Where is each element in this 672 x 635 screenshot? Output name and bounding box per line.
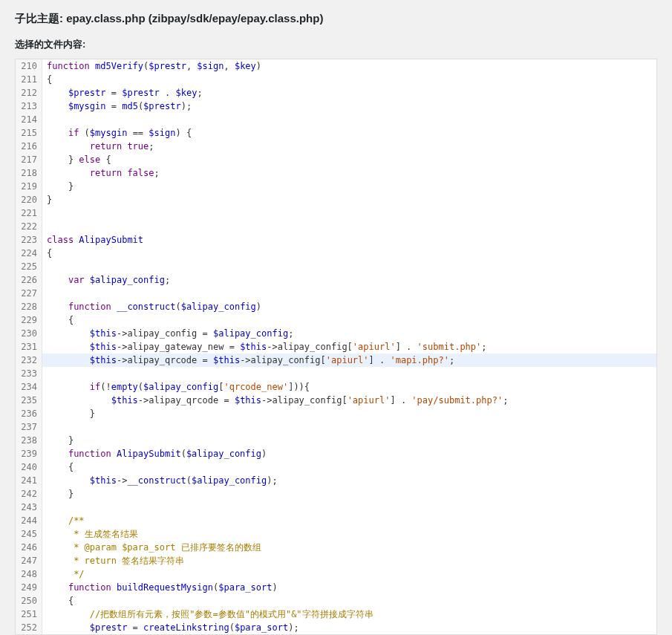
code-content[interactable] bbox=[42, 367, 656, 380]
code-line[interactable]: 225 bbox=[16, 260, 656, 273]
code-content[interactable] bbox=[42, 220, 656, 233]
line-number: 251 bbox=[16, 608, 42, 621]
code-content[interactable]: function md5Verify($prestr, $sign, $key) bbox=[42, 59, 656, 73]
code-content[interactable]: /** bbox=[42, 514, 656, 527]
code-line[interactable]: 247 * return 签名结果字符串 bbox=[16, 554, 656, 567]
code-line[interactable]: 222 bbox=[16, 220, 656, 233]
code-content[interactable]: function buildRequestMysign($para_sort) bbox=[42, 581, 656, 594]
code-content[interactable]: * @param $para_sort 已排序要签名的数组 bbox=[42, 541, 656, 554]
code-content[interactable]: $prestr = $prestr . $key; bbox=[42, 86, 656, 100]
code-line[interactable]: 230 $this->alipay_config = $alipay_confi… bbox=[16, 327, 656, 340]
code-content[interactable]: { bbox=[42, 73, 656, 86]
code-content[interactable]: $this->alipay_config = $alipay_config; bbox=[42, 327, 656, 340]
code-line[interactable]: 217 } else { bbox=[16, 153, 656, 166]
code-line[interactable]: 242 } bbox=[16, 487, 656, 501]
code-line[interactable]: 249 function buildRequestMysign($para_so… bbox=[16, 581, 656, 594]
code-content[interactable]: } bbox=[42, 180, 656, 193]
code-content[interactable]: */ bbox=[42, 567, 656, 581]
code-content[interactable] bbox=[42, 260, 656, 273]
code-content[interactable]: var $alipay_config; bbox=[42, 273, 656, 287]
code-content[interactable]: return false; bbox=[42, 166, 656, 180]
code-line[interactable]: 229 { bbox=[16, 313, 656, 327]
code-line[interactable]: 213 $mysgin = md5($prestr); bbox=[16, 100, 656, 113]
code-line[interactable]: 220} bbox=[16, 193, 656, 206]
line-number: 224 bbox=[16, 247, 42, 260]
code-content[interactable] bbox=[42, 501, 656, 514]
code-line[interactable]: 233 bbox=[16, 367, 656, 380]
code-line[interactable]: 221 bbox=[16, 206, 656, 220]
line-number: 240 bbox=[16, 460, 42, 474]
code-line[interactable]: 218 return false; bbox=[16, 166, 656, 180]
code-line[interactable]: 228 function __construct($alipay_config) bbox=[16, 300, 656, 313]
code-line[interactable]: 224{ bbox=[16, 247, 656, 260]
code-editor[interactable]: 210function md5Verify($prestr, $sign, $k… bbox=[15, 59, 657, 635]
line-number: 242 bbox=[16, 487, 42, 501]
code-line[interactable]: 237 bbox=[16, 420, 656, 434]
code-line[interactable]: 212 $prestr = $prestr . $key; bbox=[16, 86, 656, 100]
line-number: 210 bbox=[16, 59, 42, 73]
theme-label: 子比主题 bbox=[15, 12, 59, 25]
code-content[interactable]: * return 签名结果字符串 bbox=[42, 554, 656, 567]
code-content[interactable]: function AlipaySubmit($alipay_config) bbox=[42, 447, 656, 460]
code-line[interactable]: 245 * 生成签名结果 bbox=[16, 527, 656, 541]
code-content[interactable] bbox=[42, 420, 656, 434]
code-line[interactable]: 246 * @param $para_sort 已排序要签名的数组 bbox=[16, 541, 656, 554]
code-line[interactable]: 240 { bbox=[16, 460, 656, 474]
code-line[interactable]: 250 { bbox=[16, 594, 656, 608]
code-content[interactable]: $this->alipay_qrcode = $this->alipay_con… bbox=[42, 394, 656, 407]
code-content[interactable] bbox=[42, 287, 656, 300]
code-content[interactable]: } bbox=[42, 407, 656, 420]
code-line[interactable]: 214 bbox=[16, 113, 656, 126]
code-content[interactable]: $prestr = createLinkstring($para_sort); bbox=[42, 621, 656, 634]
code-content[interactable]: } bbox=[42, 487, 656, 501]
code-line[interactable]: 216 return true; bbox=[16, 140, 656, 153]
line-number: 216 bbox=[16, 140, 42, 153]
code-line[interactable]: 223class AlipaySubmit bbox=[16, 233, 656, 247]
code-line[interactable]: 236 } bbox=[16, 407, 656, 420]
code-content[interactable]: //把数组所有元素，按照"参数=参数值"的模式用"&"字符拼接成字符串 bbox=[42, 608, 656, 621]
code-line[interactable]: 211{ bbox=[16, 73, 656, 86]
code-line[interactable]: 241 $this->__construct($alipay_config); bbox=[16, 474, 656, 487]
code-content[interactable]: $this->alipay_qrcode = $this->alipay_con… bbox=[42, 354, 656, 367]
code-line[interactable]: 239 function AlipaySubmit($alipay_config… bbox=[16, 447, 656, 460]
code-content[interactable]: { bbox=[42, 247, 656, 260]
line-number: 246 bbox=[16, 541, 42, 554]
code-line[interactable]: 226 var $alipay_config; bbox=[16, 273, 656, 287]
line-number: 234 bbox=[16, 380, 42, 394]
code-line[interactable]: 210function md5Verify($prestr, $sign, $k… bbox=[16, 59, 656, 73]
code-line[interactable]: 248 */ bbox=[16, 567, 656, 581]
code-content[interactable]: $this->alipay_gateway_new = $this->alipa… bbox=[42, 340, 656, 354]
code-content[interactable]: return true; bbox=[42, 140, 656, 153]
code-line[interactable]: 232 $this->alipay_qrcode = $this->alipay… bbox=[16, 354, 656, 367]
code-line[interactable]: 219 } bbox=[16, 180, 656, 193]
code-content[interactable]: { bbox=[42, 460, 656, 474]
code-content[interactable]: } else { bbox=[42, 153, 656, 166]
code-content[interactable]: } bbox=[42, 434, 656, 447]
line-number: 214 bbox=[16, 113, 42, 126]
line-number: 244 bbox=[16, 514, 42, 527]
code-line[interactable]: 251 //把数组所有元素，按照"参数=参数值"的模式用"&"字符拼接成字符串 bbox=[16, 608, 656, 621]
code-content[interactable]: { bbox=[42, 313, 656, 327]
code-content[interactable]: function __construct($alipay_config) bbox=[42, 300, 656, 313]
code-line[interactable]: 244 /** bbox=[16, 514, 656, 527]
code-content[interactable] bbox=[42, 113, 656, 126]
code-line[interactable]: 238 } bbox=[16, 434, 656, 447]
code-line[interactable]: 215 if ($mysgin == $sign) { bbox=[16, 126, 656, 140]
code-content[interactable]: * 生成签名结果 bbox=[42, 527, 656, 541]
code-content[interactable]: if(!empty($alipay_config['qrcode_new']))… bbox=[42, 380, 656, 394]
code-content[interactable]: { bbox=[42, 594, 656, 608]
code-content[interactable]: class AlipaySubmit bbox=[42, 233, 656, 247]
code-content[interactable]: if ($mysgin == $sign) { bbox=[42, 126, 656, 140]
code-line[interactable]: 243 bbox=[16, 501, 656, 514]
code-content[interactable]: $mysgin = md5($prestr); bbox=[42, 100, 656, 113]
code-content[interactable] bbox=[42, 206, 656, 220]
line-number: 219 bbox=[16, 180, 42, 193]
code-line[interactable]: 231 $this->alipay_gateway_new = $this->a… bbox=[16, 340, 656, 354]
code-line[interactable]: 252 $prestr = createLinkstring($para_sor… bbox=[16, 621, 656, 634]
code-line[interactable]: 227 bbox=[16, 287, 656, 300]
code-content[interactable]: $this->__construct($alipay_config); bbox=[42, 474, 656, 487]
code-line[interactable]: 235 $this->alipay_qrcode = $this->alipay… bbox=[16, 394, 656, 407]
line-number: 221 bbox=[16, 206, 42, 220]
code-content[interactable]: } bbox=[42, 193, 656, 206]
code-line[interactable]: 234 if(!empty($alipay_config['qrcode_new… bbox=[16, 380, 656, 394]
